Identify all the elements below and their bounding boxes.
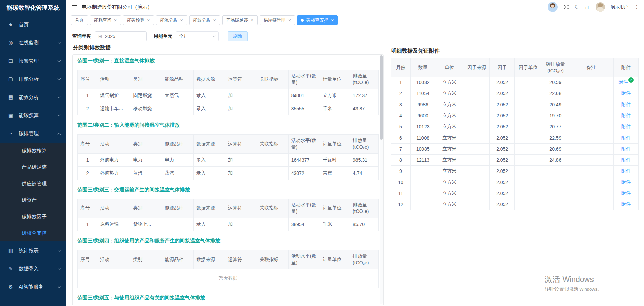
cell: 立方米	[435, 99, 464, 110]
emission-section-1: 范围一/类别一：直接温室气体排放序号活动类别能源品种数据来源运算符关联指标活动水…	[73, 55, 383, 115]
tab-close-icon[interactable]: ×	[331, 18, 334, 23]
user-avatar[interactable]	[596, 2, 605, 12]
user-name[interactable]: 演示用户	[611, 4, 628, 10]
tab-close-icon[interactable]: ×	[180, 18, 183, 23]
chevron-up-icon	[58, 132, 61, 136]
cell: 1644377	[288, 153, 320, 166]
company-title: 电器制造股份有限公司（演示）	[82, 4, 152, 10]
attachment-link[interactable]: 附件	[621, 124, 631, 129]
attachment-link[interactable]: 附件	[621, 90, 631, 96]
table-row: 211054立方米2.05222.68附件	[391, 88, 639, 99]
tab-close-icon[interactable]: ×	[114, 18, 117, 23]
column-header: 数据来源	[194, 70, 225, 89]
cell: 5	[391, 121, 411, 132]
more-menu-icon[interactable]: ⋮	[634, 4, 639, 10]
cell	[569, 77, 613, 88]
sidebar-item-energy-analysis[interactable]: ▢用能分析	[0, 70, 66, 88]
attachment-link[interactable]: 附件	[621, 102, 631, 107]
tab-7[interactable]: 碳核查支撑×	[297, 15, 338, 25]
tab-3[interactable]: 能流分析×	[156, 15, 187, 25]
tab-label: 产品碳足迹	[226, 17, 248, 23]
sidebar-item-efficiency-analysis[interactable]: ▦能效分析	[0, 88, 66, 106]
sidebar-item-supply-chain[interactable]: 供应链管理	[0, 176, 66, 192]
tab-close-icon[interactable]: ×	[288, 18, 291, 23]
cell: 立方米	[435, 199, 464, 210]
collapse-menu-icon[interactable]	[72, 5, 77, 9]
cell: 外购电力	[97, 153, 130, 166]
column-header: 因子	[490, 58, 515, 77]
cell	[514, 188, 542, 199]
sidebar-item-carbon-asset[interactable]: 碳资产	[0, 192, 66, 208]
tab-2[interactable]: 能碳预算×	[123, 15, 154, 25]
sidebar-item-home[interactable]: ★首页	[0, 15, 66, 34]
cell: 电力	[130, 153, 162, 166]
sidebar-item-emission-factor[interactable]: 碳排放因子	[0, 208, 66, 225]
attachment-link[interactable]: 附件	[621, 179, 631, 185]
sidebar-subitem-label: 碳资产	[22, 197, 60, 203]
tab-1[interactable]: 能耗查询×	[90, 15, 121, 25]
sidebar-item-carbon-accounting[interactable]: 碳排放核算	[0, 143, 66, 159]
column-header: 数据来源	[194, 250, 225, 269]
cell: 2.052	[490, 121, 515, 132]
sidebar-item-data-entry[interactable]: ✎数据录入	[0, 260, 66, 278]
sidebar-item-carbon-management[interactable]: ◔碳排管理	[0, 124, 66, 143]
attachment-link[interactable]: 附件	[621, 135, 631, 140]
attachment-link[interactable]: 附件	[621, 201, 631, 207]
table-row: 39986立方米2.05220.49附件	[391, 99, 639, 110]
sidebar-item-verification-support[interactable]: 碳核查支撑	[0, 225, 66, 241]
cell: 20.77	[542, 121, 569, 132]
cell: 加	[225, 153, 257, 166]
attachment-link[interactable]: 附件	[618, 79, 628, 85]
tab-close-icon[interactable]: ×	[147, 18, 150, 23]
refresh-button[interactable]: 刷新	[228, 31, 248, 41]
attachment-cell: 附件	[614, 177, 639, 188]
tab-label: 能碳预算	[127, 17, 144, 23]
cell	[162, 218, 194, 231]
tab-label: 碳核查支撑	[306, 17, 328, 23]
sidebar-item-product-footprint[interactable]: 产品碳足迹	[0, 159, 66, 176]
cell: 8	[391, 155, 411, 166]
table-row: 12立方米2.052附件	[391, 199, 639, 210]
emission-section-5: 范围三/类别五：与使用组织产品有关的间接温室气体排放序号活动类别能源品种数据来源…	[73, 292, 383, 305]
chevron-down-icon	[58, 248, 61, 252]
cell	[464, 99, 490, 110]
column-header: 类别	[130, 70, 162, 89]
sidebar-item-statistics-report[interactable]: ▥统计报表	[0, 241, 66, 260]
column-header: 运算符	[225, 199, 257, 218]
emission-section-title: 范围三/类别三：交通运输产生的间接温室气体排放	[73, 184, 383, 196]
cell: 38954	[288, 218, 320, 231]
column-header: 关联指标	[257, 199, 288, 218]
attachment-link[interactable]: 附件	[621, 146, 631, 151]
sidebar-item-carbon-budget[interactable]: ▣能碳预算	[0, 106, 66, 124]
sidebar-item-online-monitoring[interactable]: ◎在线监测	[0, 34, 66, 52]
column-header: 关联指标	[257, 250, 288, 269]
emission-section-title: 范围三/类别四：组织使用的产品和服务产生的间接温室气体排放	[73, 235, 383, 247]
attachment-link[interactable]: 附件	[621, 168, 631, 174]
dark-mode-icon[interactable]: ☾	[575, 4, 579, 10]
fullscreen-icon[interactable]	[564, 4, 569, 10]
tab-label: 首页	[75, 17, 84, 23]
tab-5[interactable]: 产品碳足迹×	[222, 15, 258, 25]
cell: 10032	[410, 77, 435, 88]
attachment-link[interactable]: 附件	[621, 157, 631, 162]
font-size-icon[interactable]: тT	[585, 4, 590, 10]
column-header: 能源品种	[162, 70, 194, 89]
emission-header-row: 序号活动类别能源品种数据来源运算符关联指标活动水平(数量)计量单位排放量(tCO…	[78, 199, 379, 218]
left-panel-title: 分类别排放数据	[73, 44, 384, 51]
tab-4[interactable]: 能效分析×	[189, 15, 220, 25]
sidebar-item-label: 报警管理	[19, 58, 58, 64]
attachment-link[interactable]: 附件	[621, 113, 631, 118]
assistant-avatar[interactable]	[548, 2, 558, 12]
tab-close-icon[interactable]: ×	[251, 18, 253, 23]
left-panel-scrollbar[interactable]	[380, 55, 383, 304]
sidebar-item-alarm-management[interactable]: ▤报警管理	[0, 52, 66, 70]
tab-0[interactable]: 首页	[71, 15, 88, 25]
attachment-link[interactable]: 附件	[621, 190, 631, 196]
energy-unit-select[interactable]: 全厂	[176, 31, 219, 41]
tab-close-icon[interactable]: ×	[213, 18, 216, 23]
scrollbar-thumb[interactable]	[380, 55, 383, 140]
tab-6[interactable]: 供应链管理×	[260, 15, 295, 25]
cell	[569, 166, 613, 177]
sidebar-item-ai-service[interactable]: ⚙AI智能服务	[0, 278, 66, 296]
year-picker-input[interactable]: ⊞ 2025	[95, 31, 147, 41]
